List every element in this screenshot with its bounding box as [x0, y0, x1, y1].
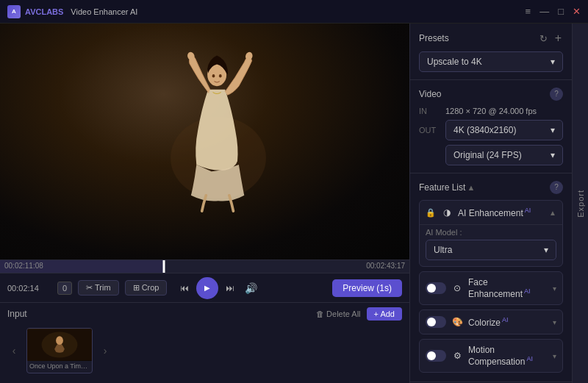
- timeline-time-left: 00:02:11:08: [4, 262, 43, 270]
- collapse-icon[interactable]: ▲: [467, 183, 475, 192]
- lock-icon: 🔒: [426, 208, 436, 218]
- export-sidebar[interactable]: Export: [572, 24, 588, 383]
- presets-refresh-button[interactable]: ↻: [538, 32, 549, 45]
- ai-enhancement-body: AI Model : Ultra: [420, 224, 562, 266]
- video-resolution-dropdown[interactable]: 4K (3840x2160): [445, 120, 563, 140]
- thumbnails-row: ‹ Once Upon a Time in ... ›: [7, 325, 402, 376]
- video-help-button[interactable]: ?: [550, 87, 563, 101]
- svg-point-4: [212, 74, 215, 78]
- video-in-row: IN 1280 × 720 @ 24.000 fps: [419, 107, 563, 115]
- chevron-down-icon-model: [544, 245, 548, 255]
- ai-enhancement-name: AI EnhancementAI: [458, 207, 545, 218]
- ai-enhancement-header[interactable]: 🔒 ◑ AI EnhancementAI ▲: [420, 201, 562, 224]
- video-title: Video: [419, 89, 441, 99]
- face-enhancement-icon: ⊙: [451, 282, 464, 295]
- colorize-ai-badge: AI: [502, 316, 509, 323]
- presets-title: Presets: [419, 33, 449, 43]
- presets-actions: ↻ +: [538, 31, 563, 46]
- menu-icon[interactable]: ≡: [526, 7, 531, 16]
- timeline[interactable]: 00:02:11:08 00:02:43:17: [0, 259, 409, 273]
- motion-compensation-expand-icon[interactable]: ▾: [553, 352, 556, 360]
- video-in-value: 1280 × 720 @ 24.000 fps: [445, 107, 537, 115]
- colorize-name: ColorizeAI: [468, 316, 548, 328]
- right-wrapper: Presets ↻ + Upscale to 4K Video ?: [410, 24, 588, 383]
- video-frame: [0, 24, 409, 259]
- trim-button[interactable]: ✂ Trim: [78, 280, 118, 296]
- volume-button[interactable]: 🔊: [242, 279, 259, 297]
- window-controls: ≡ — □ ✕: [526, 7, 581, 16]
- dancer-scene: [0, 24, 409, 259]
- close-button[interactable]: ✕: [573, 7, 581, 16]
- motion-compensation-icon: ⚙: [451, 349, 464, 362]
- logo-icon: A: [7, 5, 21, 18]
- delete-all-button[interactable]: 🗑 Delete All: [316, 309, 361, 318]
- next-thumbnail-button[interactable]: ›: [98, 344, 112, 357]
- colorize-icon: 🎨: [451, 315, 464, 329]
- colorize-item: 🎨 ColorizeAI ▾: [419, 309, 563, 334]
- colorize-header[interactable]: 🎨 ColorizeAI ▾: [420, 310, 562, 334]
- video-section: Video ? IN 1280 × 720 @ 24.000 fps OUT 4…: [410, 80, 572, 173]
- video-fps-value: Original (24 FPS): [453, 150, 522, 160]
- colorize-expand-icon[interactable]: ▾: [553, 318, 556, 326]
- right-panel: Presets ↻ + Upscale to 4K Video ?: [410, 24, 572, 383]
- time-display: 00:02:14: [7, 284, 51, 293]
- svg-point-5: [218, 74, 221, 78]
- video-fps-row: Original (24 FPS): [445, 145, 563, 165]
- feature-list-title: Feature List: [419, 182, 465, 193]
- video-in-label: IN: [419, 107, 440, 115]
- motion-compensation-header[interactable]: ⚙ Motion CompensationAI ▾: [420, 340, 562, 372]
- face-enhancement-header[interactable]: ⊙ Face EnhancementAI ▾: [420, 272, 562, 304]
- ai-badge: AI: [525, 207, 531, 214]
- chevron-down-icon: [551, 57, 555, 67]
- app-logo: A AVCLABS Video Enhancer AI: [7, 5, 137, 18]
- motion-compensation-toggle[interactable]: [426, 350, 446, 362]
- motion-compensation-name: Motion CompensationAI: [468, 345, 548, 367]
- video-fps-dropdown[interactable]: Original (24 FPS): [445, 145, 563, 165]
- presets-add-button[interactable]: +: [553, 31, 563, 46]
- export-label: Export: [576, 190, 585, 218]
- motion-compensation-item: ⚙ Motion CompensationAI ▾: [419, 339, 563, 373]
- video-out-label: OUT: [419, 126, 440, 135]
- video-header: Video ?: [419, 87, 563, 101]
- maximize-button[interactable]: □: [558, 7, 564, 16]
- timeline-thumb[interactable]: [162, 260, 165, 273]
- motion-ai-badge: AI: [526, 355, 533, 362]
- app-subtitle: Video Enhancer AI: [71, 7, 137, 16]
- thumbnail-title: Once Upon a Time in ...: [27, 361, 92, 371]
- ai-enhancement-icon: ◑: [440, 206, 453, 219]
- play-button[interactable]: ▶: [196, 277, 218, 299]
- ai-enhancement-expand-icon[interactable]: ▲: [549, 209, 556, 217]
- face-ai-badge: AI: [524, 287, 531, 295]
- feature-list-header: Feature List ▲ ?: [419, 181, 563, 194]
- feature-list-section: Feature List ▲ ? 🔒 ◑ AI EnhancementAI ▲: [410, 173, 572, 382]
- add-button[interactable]: + Add: [367, 307, 402, 321]
- preview-button[interactable]: Preview (1s): [332, 279, 402, 297]
- transport-controls: ⏮ ▶ ⏭ 🔊: [176, 277, 259, 299]
- controls-bar: 00:02:14 0 ✂ Trim ⊞ Crop ⏮ ▶ ⏭ 🔊 Preview…: [0, 273, 409, 302]
- face-enhancement-expand-icon[interactable]: ▾: [553, 284, 556, 293]
- timeline-time-right: 00:02:43:17: [366, 262, 405, 270]
- video-resolution-value: 4K (3840x2160): [453, 125, 516, 135]
- colorize-toggle[interactable]: [426, 316, 446, 328]
- face-enhancement-toggle[interactable]: [426, 282, 446, 294]
- speed-badge: 0: [57, 282, 72, 295]
- video-out-row: OUT 4K (3840x2160): [419, 120, 563, 140]
- crop-button[interactable]: ⊞ Crop: [125, 280, 168, 296]
- prev-thumbnail-button[interactable]: ‹: [7, 344, 21, 357]
- main-content: 00:02:11:08 00:02:43:17 00:02:14 0 ✂ Tri…: [0, 24, 588, 383]
- titlebar: A AVCLABS Video Enhancer AI ≡ — □ ✕: [0, 0, 588, 24]
- video-player: [0, 24, 409, 259]
- feature-list-help-button[interactable]: ?: [550, 181, 563, 194]
- input-label: Input: [7, 309, 27, 319]
- face-enhancement-name: Face EnhancementAI: [468, 277, 548, 299]
- prev-frame-button[interactable]: ⏮: [176, 279, 193, 297]
- thumbnail-item[interactable]: Once Upon a Time in ...: [26, 328, 93, 373]
- presets-selected: Upscale to 4K: [427, 57, 482, 67]
- svg-point-8: [56, 336, 63, 345]
- input-actions: 🗑 Delete All + Add: [316, 307, 402, 321]
- ai-model-value: Ultra: [434, 245, 452, 255]
- minimize-button[interactable]: —: [539, 7, 549, 16]
- presets-dropdown[interactable]: Upscale to 4K: [419, 51, 563, 72]
- ai-model-dropdown[interactable]: Ultra: [426, 240, 556, 260]
- next-frame-button[interactable]: ⏭: [221, 279, 239, 297]
